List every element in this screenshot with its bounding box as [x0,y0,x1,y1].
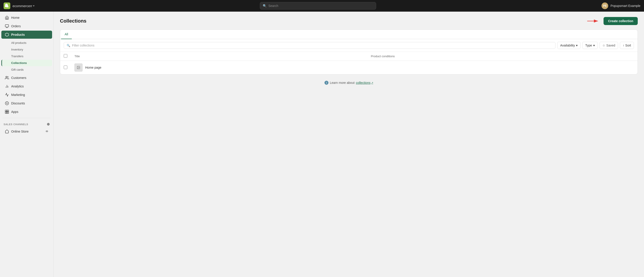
sidebar-item-home[interactable]: Home [1,14,52,22]
sidebar-item-collections[interactable]: Collections [1,60,52,66]
shopify-logo-icon [5,4,9,8]
filters-row: 🔍 Availability ▾ Type ▾ ☆ Saved ↕ So [60,39,638,52]
tab-all[interactable]: All [61,30,72,39]
store-name-text: ecommercerr [12,4,32,8]
arrow-indicator [586,18,600,24]
store-name[interactable]: ecommercerr ▾ [12,4,34,8]
sidebar-item-discounts[interactable]: Discounts [1,99,52,107]
sidebar-item-apps[interactable]: Apps [1,108,52,116]
select-all-checkbox[interactable] [64,54,67,58]
page-header: Collections Create collection [60,17,638,25]
main-content: Collections Create collection [54,12,644,277]
collection-thumbnail [74,64,82,72]
sort-label: Sort [625,44,631,47]
svg-rect-15 [7,112,9,114]
sidebar-item-inventory[interactable]: Inventory [1,46,52,53]
home-icon [5,16,9,20]
svg-rect-0 [5,24,9,27]
create-collection-button[interactable]: Create collection [604,17,638,25]
type-filter-button[interactable]: Type ▾ [582,42,598,49]
sidebar-item-analytics[interactable]: Analytics [1,82,52,90]
sidebar-item-orders[interactable]: Orders [1,22,52,30]
add-sales-channel-button[interactable]: ⊕ [47,122,50,126]
learn-more-row: i Learn more about collections ↗ [60,74,638,91]
user-name: Popupsmart Example [610,4,640,8]
sidebar-item-label: Marketing [11,93,25,96]
title-cell-content: Home page [74,64,364,72]
inventory-label: Inventory [11,48,23,51]
select-all-column [60,52,71,61]
sidebar-item-customers[interactable]: Customers [1,74,52,82]
transfers-label: Transfers [11,54,23,58]
analytics-icon [5,84,9,88]
row-conditions-cell [367,61,638,74]
sidebar-item-gift-cards[interactable]: Gift cards [1,66,52,73]
learn-more-link-text: collections [356,81,370,84]
orders-icon [5,24,9,28]
collection-title[interactable]: Home page [85,66,101,69]
collections-card: All 🔍 Availability ▾ Type ▾ ☆ Sav [60,30,638,74]
collections-label: Collections [11,61,27,64]
type-label: Type [585,44,592,47]
row-title-cell: Home page [71,61,367,74]
sidebar-item-label: Analytics [11,84,24,88]
top-navigation: ecommercerr ▾ 🔍 PE Popupsmart Example [0,0,644,12]
image-icon [77,66,80,69]
store-dropdown-chevron: ▾ [33,4,34,8]
svg-rect-13 [7,110,9,112]
avatar[interactable]: PE [602,2,608,9]
svg-rect-14 [5,112,7,114]
sidebar-products-submenu: All products Inventory Transfers Collect… [0,39,54,74]
filter-search-icon: 🔍 [67,44,70,47]
shopify-logo[interactable] [4,2,10,9]
sales-channels-label-text: SALES CHANNELS [4,123,28,126]
global-search-bar[interactable]: 🔍 [260,2,376,10]
customers-icon [5,76,9,80]
availability-filter-button[interactable]: Availability ▾ [557,42,580,49]
row-checkbox[interactable] [64,66,67,69]
saved-label: Saved [606,44,616,47]
table-header-row: Title Product conditions [60,52,638,61]
tabs-bar: All [60,30,638,39]
filter-collections-input[interactable] [72,44,552,47]
topnav-right: PE Popupsmart Example [602,2,640,9]
sidebar-item-all-products[interactable]: All products [1,40,52,46]
info-icon: i [324,81,328,85]
collections-table: Title Product conditions [60,52,638,74]
arrow-icon [586,18,600,24]
sales-channels-section-label: SALES CHANNELS ⊕ [0,120,54,127]
star-icon: ☆ [602,44,605,47]
sort-button[interactable]: ↕ Sort [620,42,634,49]
sidebar-item-label: Apps [11,110,18,114]
sidebar-item-products[interactable]: Products [1,31,52,39]
saved-button[interactable]: ☆ Saved [600,42,618,49]
header-right: Create collection [586,17,638,25]
title-column-header: Title [71,52,367,61]
svg-rect-12 [5,110,7,112]
availability-chevron-icon: ▾ [576,44,578,47]
marketing-icon [5,93,9,97]
svg-point-19 [78,67,78,67]
search-input[interactable] [268,4,373,8]
sidebar-item-label: Online Store [11,130,28,133]
all-products-label: All products [11,41,26,44]
svg-marker-3 [5,33,9,36]
search-icon: 🔍 [263,4,266,8]
filter-search-container[interactable]: 🔍 [64,42,556,49]
sidebar: Home Orders Products All products Invent… [0,12,54,277]
collections-learn-more-link[interactable]: collections ↗ [356,81,373,84]
online-store-icon [5,130,9,134]
sidebar-item-marketing[interactable]: Marketing [1,91,52,99]
products-icon [5,33,9,37]
svg-point-10 [6,103,7,103]
row-select-cell [60,61,71,74]
sidebar-item-online-store[interactable]: Online Store 👁 [1,128,52,136]
topnav-left: ecommercerr ▾ [4,2,34,9]
sidebar-item-transfers[interactable]: Transfers [1,53,52,60]
external-link-icon: ↗ [371,82,373,84]
discounts-icon [5,101,9,105]
svg-point-4 [6,76,7,78]
sidebar-divider [3,118,51,118]
online-store-visibility-icon[interactable]: 👁 [46,130,48,133]
conditions-column-header: Product conditions [367,52,638,61]
